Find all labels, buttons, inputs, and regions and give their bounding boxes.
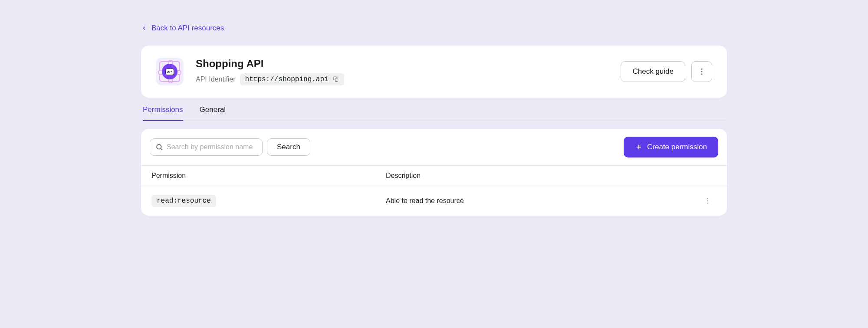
- identifier-label: API Identifier: [196, 75, 236, 83]
- svg-point-8: [707, 198, 708, 199]
- svg-line-5: [161, 148, 162, 150]
- search-button[interactable]: Search: [267, 138, 310, 156]
- svg-point-3: [701, 73, 703, 75]
- table-header: Permission Description: [141, 165, 727, 186]
- api-icon: API: [156, 58, 184, 85]
- more-vertical-icon: [704, 197, 712, 205]
- search-input-wrap[interactable]: [150, 138, 263, 156]
- toolbar: Search Create permission: [141, 129, 727, 165]
- row-actions-button[interactable]: [699, 197, 717, 205]
- check-guide-button[interactable]: Check guide: [621, 61, 685, 82]
- identifier-pill[interactable]: https://shopping.api: [240, 73, 344, 85]
- identifier-value: https://shopping.api: [245, 75, 329, 83]
- svg-point-2: [701, 71, 703, 72]
- plus-icon: [635, 143, 643, 151]
- table-row: read:resource Able to read the resource: [141, 186, 727, 216]
- page-title: Shopping API: [196, 58, 344, 70]
- svg-point-4: [157, 144, 161, 149]
- permission-tag: read:resource: [151, 195, 216, 207]
- row-description: Able to read the resource: [386, 197, 464, 204]
- col-header-description: Description: [386, 172, 699, 180]
- tab-general[interactable]: General: [200, 105, 226, 121]
- more-vertical-icon: [697, 67, 706, 76]
- content-card: Search Create permission Permission Desc…: [141, 129, 727, 216]
- header-card: API Shopping API API Identifier https://…: [141, 46, 727, 98]
- tab-permissions[interactable]: Permissions: [143, 105, 183, 121]
- more-actions-button[interactable]: [691, 61, 712, 82]
- api-icon-badge: API: [165, 69, 174, 75]
- svg-point-1: [701, 69, 703, 70]
- search-input[interactable]: [167, 143, 257, 151]
- col-header-permission: Permission: [151, 172, 386, 180]
- back-link-label: Back to API resources: [151, 24, 224, 33]
- search-icon: [155, 143, 163, 151]
- tabs: Permissions General: [141, 105, 727, 121]
- create-permission-button[interactable]: Create permission: [624, 137, 718, 157]
- svg-rect-0: [335, 79, 338, 81]
- back-link[interactable]: Back to API resources: [141, 24, 224, 33]
- header-left: API Shopping API API Identifier https://…: [156, 58, 344, 85]
- chevron-left-icon: [141, 25, 147, 31]
- copy-icon: [333, 76, 339, 82]
- svg-point-9: [707, 200, 708, 201]
- header-actions: Check guide: [621, 61, 712, 82]
- svg-point-10: [707, 203, 708, 203]
